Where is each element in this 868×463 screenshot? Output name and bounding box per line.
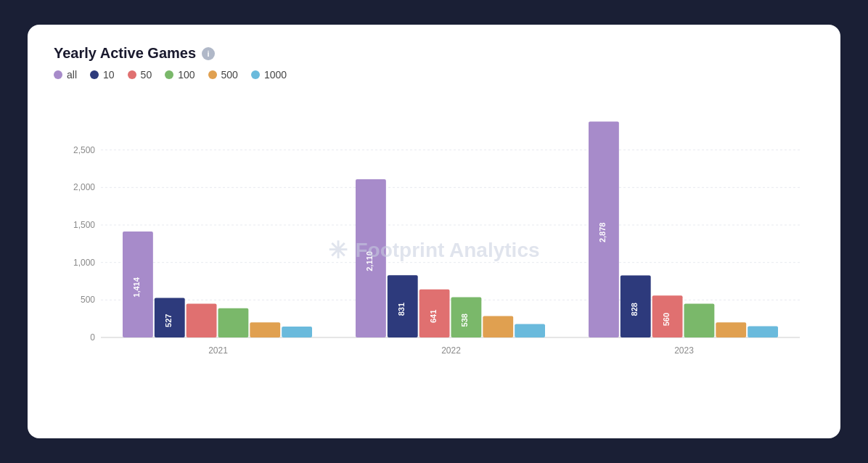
y-label-1500: 1,500	[73, 220, 95, 230]
chart-area: ✳ Footprint Analytics 05001,0001,5002,00…	[54, 98, 814, 403]
legend-dot-50	[128, 70, 136, 79]
x-label-2022: 2022	[441, 345, 461, 356]
chart-card: Yearly Active Games i all10501005001000 …	[28, 25, 840, 438]
legend-dot-10	[90, 70, 99, 79]
bar-2022-500[interactable]	[483, 316, 513, 337]
chart-title: Yearly Active Games	[54, 45, 196, 62]
bar-label-2021-all: 1,414	[132, 276, 141, 297]
bar-label-2023-all: 2,878	[598, 223, 607, 243]
bar-label-2021-10: 527	[164, 314, 173, 327]
legend-dot-1000	[251, 70, 260, 79]
x-label-2023: 2023	[674, 345, 694, 356]
bar-label-2022-all: 2,110	[365, 251, 374, 271]
bar-2023-100[interactable]	[684, 304, 715, 338]
y-label-0: 0	[90, 332, 95, 343]
legend-item-500[interactable]: 500	[208, 69, 238, 81]
bar-2021-500[interactable]	[250, 322, 280, 337]
bar-2021-100[interactable]	[218, 308, 249, 337]
bar-2023-1000[interactable]	[748, 327, 778, 338]
bar-2021-50[interactable]	[187, 304, 217, 338]
y-label-1000: 1,000	[73, 258, 95, 268]
bar-2022-1000[interactable]	[515, 324, 545, 337]
bar-label-2023-10: 828	[630, 303, 639, 316]
legend-dot-100	[165, 70, 173, 79]
info-icon[interactable]: i	[202, 47, 215, 60]
x-label-2021: 2021	[208, 345, 228, 356]
bar-label-2022-100: 538	[460, 314, 469, 327]
y-label-2000: 2,000	[73, 182, 95, 192]
bar-2023-500[interactable]	[716, 322, 746, 337]
title-row: Yearly Active Games i	[54, 45, 814, 62]
bar-label-2023-50: 560	[662, 313, 671, 326]
legend-item-100[interactable]: 100	[165, 69, 195, 81]
chart-svg: 05001,0001,5002,0002,5001,41452720212,11…	[54, 98, 814, 403]
bar-label-2022-50: 641	[429, 310, 438, 323]
y-label-500: 500	[81, 295, 95, 305]
y-label-2500: 2,500	[73, 145, 95, 155]
legend-item-10[interactable]: 10	[90, 69, 115, 81]
bar-label-2022-10: 831	[397, 303, 406, 316]
legend: all10501005001000	[54, 69, 814, 81]
legend-item-all[interactable]: all	[54, 69, 77, 81]
bar-2021-1000[interactable]	[282, 327, 312, 337]
legend-dot-500	[208, 70, 217, 79]
legend-item-1000[interactable]: 1000	[251, 69, 287, 81]
legend-dot-all	[54, 70, 62, 79]
legend-item-50[interactable]: 50	[128, 69, 152, 81]
